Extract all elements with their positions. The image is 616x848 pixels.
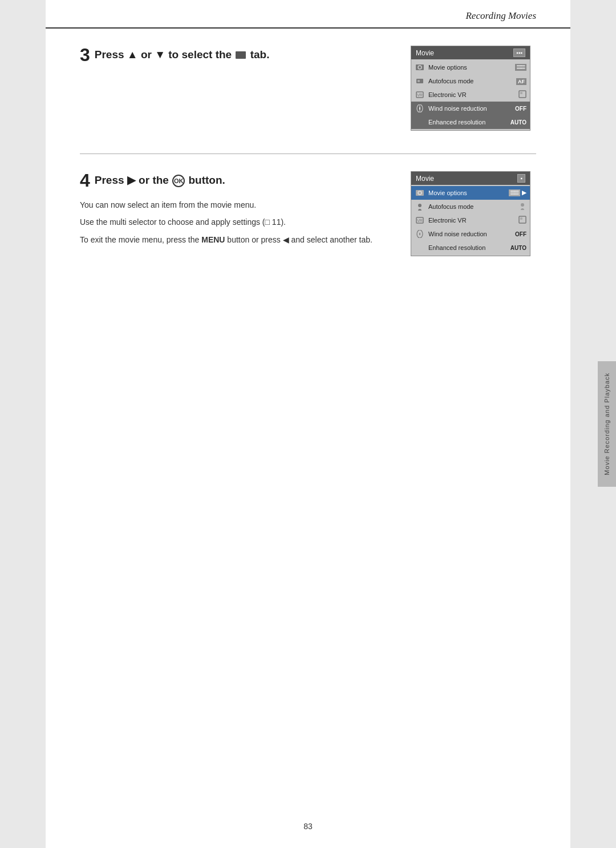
menu1-label-wind: Wind noise reduction [428,105,512,112]
camera-menu-2: Movie ▪ Movie options [411,171,530,256]
menu2-row-wind: Wind noise reduction OFF [411,227,530,241]
step3-number: 3 [80,46,90,64]
camera-menu-1-header: Movie ▪▪▪ [411,46,530,59]
page-number: 83 [303,822,313,831]
camera-menu-2-body: Movie options 𝄚𝄚 ▶ [411,185,530,256]
menu2-value-movie-options: 𝄚𝄚 ▶ [509,189,526,196]
camera-menu-1-title: Movie [416,49,434,57]
menu1-label-enhanced: Enhanced resolution [428,119,507,126]
menu1-row-autofocus: Autofocus mode AF [411,74,530,88]
svg-point-14 [521,203,524,207]
step4-section: 4 Press ▶ or the OK button. You can now … [80,171,536,256]
menu2-row-autofocus: Autofocus mode [411,200,530,213]
menu2-label-autofocus: Autofocus mode [428,203,515,210]
menu2-label-evr: Electronic VR [428,217,515,224]
svg-rect-3 [418,80,420,82]
menu2-value-evr [518,216,526,225]
menu1-icon-enhanced [415,117,425,127]
camera-menu-2-header: Movie ▪ [411,172,530,185]
sidebar-label: Movie Recording and Playback [603,373,610,475]
camera-menu-1-body: Movie options 𝄚𝄚 [411,59,530,130]
camera-menu-2-title: Movie [416,175,434,183]
menu2-row-enhanced: Enhanced resolution AUTO [411,241,530,255]
menu1-value-enhanced: AUTO [510,119,526,126]
menu1-row-wind: Wind noise reduction OFF [411,102,530,115]
menu1-icon-camera [415,62,425,72]
menu1-value-movie-options: 𝄚𝄚 [515,64,526,71]
step3-title: Press ▲ or ▼ to select the tab. [95,49,270,61]
menu2-label-wind: Wind noise reduction [428,231,512,237]
svg-rect-18 [520,217,522,220]
menu2-label-enhanced: Enhanced resolution [428,244,507,251]
menu2-value-autofocus [518,202,526,211]
movie-tab-icon [236,51,246,59]
step3-heading: 3 Press ▲ or ▼ to select the tab. [80,46,394,64]
menu2-value-wind: OFF [515,231,526,237]
svg-rect-7 [520,92,522,94]
menu1-row-evr: VR Electronic VR [411,88,530,102]
menu1-value-autofocus: AF [516,78,526,84]
menu2-icon-wind [415,229,425,239]
menu2-row-evr: VR Electronic VR [411,213,530,227]
step4-number: 4 [80,171,90,189]
header-bar: Recording Movies [46,0,570,29]
svg-rect-6 [519,91,526,98]
step4-body-p2: Use the multi selector to choose and app… [80,216,394,228]
ok-button-icon: OK [172,175,185,187]
menu2-icon-camera [415,188,425,198]
menu1-label-autofocus: Autofocus mode [428,78,513,84]
menu2-icon-evr: VR [415,215,425,225]
content: 3 Press ▲ or ▼ to select the tab. Movie … [46,29,570,302]
step3-section: 3 Press ▲ or ▼ to select the tab. Movie … [80,46,536,131]
step4-heading: 4 Press ▶ or the OK button. [80,171,394,189]
menu-label-bold: MENU [201,235,225,244]
svg-text:VR: VR [417,219,423,223]
menu2-label-movie-options: Movie options [428,189,505,196]
step4-body: You can now select an item from the movi… [80,199,394,246]
menu1-row-movie-options: Movie options 𝄚𝄚 [411,60,530,74]
menu1-value-wind: OFF [515,106,526,112]
svg-text:VR: VR [417,93,423,97]
menu1-value-evr [518,90,526,99]
menu2-icon-enhanced [415,243,425,253]
step4-body-p3: To exit the movie menu, press the MENU b… [80,233,394,246]
step3-menu-container: Movie ▪▪▪ Movie options [411,46,536,131]
step4-menu-container: Movie ▪ Movie options [411,171,536,256]
camera-menu-1-battery: ▪▪▪ [513,49,525,57]
menu1-icon-autofocus [415,76,425,86]
step4-title: Press ▶ or the OK button. [95,173,225,187]
svg-point-13 [418,204,422,207]
menu1-label-movie-options: Movie options [428,64,512,71]
menu1-icon-wind [415,103,425,114]
camera-menu-2-battery: ▪ [517,174,525,183]
step4-body-p1: You can now select an item from the movi… [80,199,394,211]
menu1-row-enhanced: Enhanced resolution AUTO [411,115,530,129]
page: Recording Movies 3 Press ▲ or ▼ to selec… [46,0,570,848]
menu2-icon-autofocus [415,201,425,212]
right-sidebar-tab: Movie Recording and Playback [598,361,616,487]
step3-left: 3 Press ▲ or ▼ to select the tab. [80,46,394,73]
svg-rect-17 [519,216,526,223]
menu2-value-enhanced: AUTO [510,245,526,251]
step-divider [80,154,536,154]
menu2-row-movie-options: Movie options 𝄚𝄚 ▶ [411,186,530,200]
menu1-icon-evr: VR [415,90,425,100]
menu1-label-evr: Electronic VR [428,91,515,98]
camera-menu-1: Movie ▪▪▪ Movie options [411,46,530,131]
header-title: Recording Movies [465,10,536,21]
step4-left: 4 Press ▶ or the OK button. You can now … [80,171,394,251]
